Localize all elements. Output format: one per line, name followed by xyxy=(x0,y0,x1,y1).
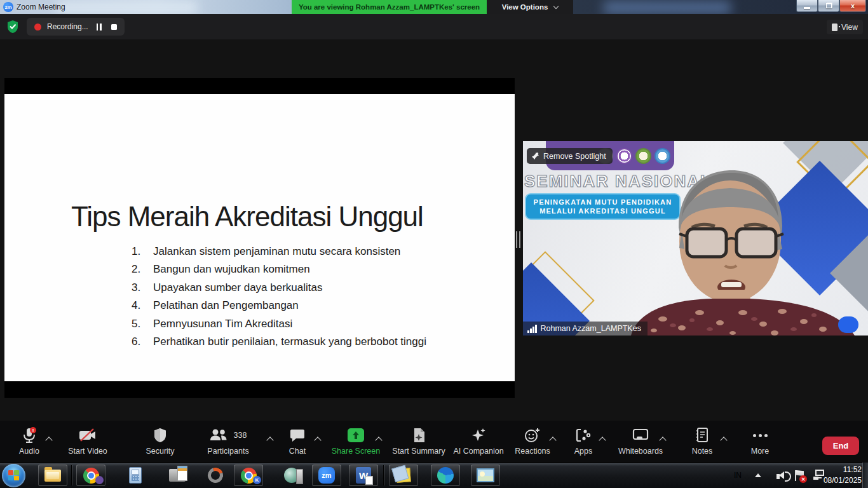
connection-signal-icon xyxy=(527,325,537,333)
action-center-flag-icon[interactable]: ✕ xyxy=(794,469,804,482)
recording-indicator: Recording... xyxy=(27,18,125,36)
background-blue-shape xyxy=(838,316,858,333)
calculator-icon xyxy=(129,467,142,484)
recording-label: Recording... xyxy=(47,22,88,31)
chrome-badge-icon xyxy=(95,476,104,484)
titlebar-blur-decoration xyxy=(57,1,197,14)
item-text: Perhatikan butir penilaian, termasuk yan… xyxy=(153,336,426,348)
audio-button[interactable]: ! Audio xyxy=(9,427,50,456)
microphone-icon: ! xyxy=(21,427,37,444)
taskbar-calculator-button[interactable] xyxy=(121,464,150,486)
participants-label: Participants xyxy=(207,447,248,456)
recording-dot-icon xyxy=(34,24,41,30)
pause-recording-button[interactable] xyxy=(97,24,102,30)
slide-list-item: 3.Upayakan sumber daya berkualitas xyxy=(132,281,487,299)
item-number: 2. xyxy=(132,263,146,276)
restore-icon xyxy=(826,3,832,8)
taskbar-edge-button[interactable] xyxy=(431,464,460,486)
viewing-screen-banner: You are viewing Rohman Azzam_LAMPTKes' s… xyxy=(292,0,487,14)
item-number: 4. xyxy=(132,299,146,312)
remove-spotlight-button[interactable]: Remove Spotlight xyxy=(527,148,613,164)
notes-label: Notes xyxy=(692,447,713,456)
meeting-top-bar xyxy=(0,14,868,39)
slide-list-item: 4.Pelatihan dan Pengembangan xyxy=(132,299,487,317)
whiteboard-icon xyxy=(632,427,649,444)
tray-hidden-icons-arrow[interactable] xyxy=(755,473,761,477)
view-options-dropdown[interactable]: View Options xyxy=(487,0,573,14)
security-button[interactable]: Security xyxy=(136,427,184,456)
taskbar-ring-app-button[interactable] xyxy=(201,464,230,486)
language-indicator[interactable]: IN xyxy=(728,463,747,488)
slide-list: 1.Jalankan sistem penjaminan mutu secara… xyxy=(132,245,487,353)
start-video-button[interactable]: Start Video xyxy=(64,427,112,456)
clock-date: 08/01/2025 xyxy=(818,475,862,486)
taskbar-word-button[interactable]: W xyxy=(349,464,378,486)
chrome-k-badge: K xyxy=(253,476,261,484)
panel-resize-handle[interactable] xyxy=(516,231,520,248)
printer-icon xyxy=(169,469,186,482)
more-label: More xyxy=(751,447,769,456)
ai-companion-button[interactable]: AI Companion xyxy=(449,427,508,456)
restore-button[interactable] xyxy=(818,0,839,12)
slide-title: Tips Meraih Akreditasi Unggul xyxy=(71,201,423,233)
reactions-button[interactable]: Reactions xyxy=(510,427,555,456)
start-summary-button[interactable]: Start Summary xyxy=(390,427,448,456)
start-summary-label: Start Summary xyxy=(392,447,445,456)
presentation-slide: Tips Meraih Akreditasi Unggul 1.Jalankan… xyxy=(4,94,515,381)
taskbar-explorer-button[interactable] xyxy=(38,464,67,486)
item-text: Pelatihan dan Pengembangan xyxy=(153,299,299,312)
minimize-icon xyxy=(804,7,810,9)
spotlight-video-tile[interactable]: SEMINAR NASIONAL PENINGKATAN MUTU PENDID… xyxy=(523,141,868,336)
close-button[interactable]: x xyxy=(839,0,866,12)
notes-button[interactable]: Notes xyxy=(684,427,720,456)
start-video-label: Start Video xyxy=(68,447,107,456)
window-title: Zoom Meeting xyxy=(17,3,65,11)
item-text: Jalankan sistem penjaminan mutu secara k… xyxy=(153,245,400,258)
volume-icon[interactable] xyxy=(776,470,792,483)
pin-icon xyxy=(531,152,539,160)
zoom-icon: zm xyxy=(318,467,335,484)
taskbar-sticky-notes-button[interactable] xyxy=(389,464,418,486)
end-meeting-button[interactable]: End xyxy=(822,437,859,455)
photo-viewer-icon xyxy=(477,468,494,482)
reactions-label: Reactions xyxy=(515,447,550,456)
chat-button[interactable]: Chat xyxy=(278,427,316,456)
slide-list-item: 6.Perhatikan butir penilaian, termasuk y… xyxy=(132,336,487,353)
apps-label: Apps xyxy=(574,447,593,456)
slide-list-item: 2.Bangun dan wujudkan komitmen xyxy=(132,263,487,281)
taskbar-printer-button[interactable] xyxy=(163,464,192,486)
taskbar-separator xyxy=(383,465,384,485)
whiteboards-button[interactable]: Whiteboards xyxy=(618,427,663,456)
taskbar-separator xyxy=(71,465,72,485)
participants-count: 338 xyxy=(234,431,247,440)
minimize-button[interactable] xyxy=(796,0,818,12)
taskbar-chrome-k-button[interactable]: K xyxy=(234,464,263,486)
show-desktop-button[interactable] xyxy=(862,463,868,488)
item-number: 6. xyxy=(132,336,146,348)
taskbar-chrome-button[interactable] xyxy=(76,464,105,486)
taskbar-network-app-button[interactable] xyxy=(277,464,306,486)
share-screen-label: Share Screen xyxy=(332,447,380,456)
view-layout-button[interactable]: View xyxy=(827,20,863,34)
view-layout-label: View xyxy=(841,23,858,32)
taskbar-photo-viewer-button[interactable] xyxy=(471,464,500,486)
summary-document-icon xyxy=(412,427,426,444)
close-icon: x xyxy=(851,2,855,10)
start-button[interactable] xyxy=(2,464,25,487)
view-options-label: View Options xyxy=(502,3,548,11)
more-button[interactable]: More xyxy=(742,427,778,456)
participants-button[interactable]: 338 Participants xyxy=(202,427,254,456)
item-number: 3. xyxy=(132,281,146,294)
sticky-notes-icon xyxy=(396,468,410,482)
word-icon: W xyxy=(356,467,371,484)
network-server-icon xyxy=(284,468,299,483)
taskbar-clock[interactable]: 11:52 08/01/2025 xyxy=(818,464,862,486)
security-label: Security xyxy=(146,447,174,456)
taskbar-zoom-button[interactable]: zm xyxy=(312,464,341,486)
apps-button[interactable]: Apps xyxy=(567,427,599,456)
notes-icon xyxy=(695,427,709,444)
stop-recording-button[interactable] xyxy=(111,24,117,30)
ai-companion-label: AI Companion xyxy=(453,447,503,456)
windows-flag-icon xyxy=(8,470,19,480)
participants-icon: 338 xyxy=(210,427,247,444)
